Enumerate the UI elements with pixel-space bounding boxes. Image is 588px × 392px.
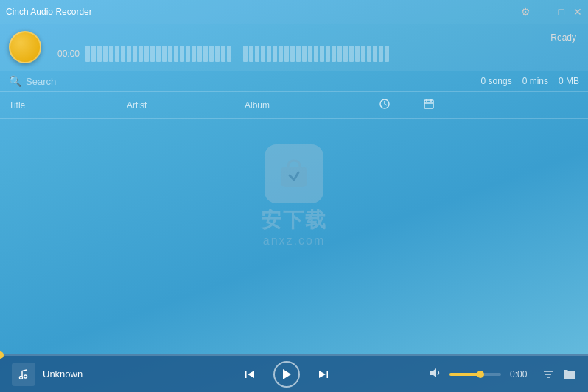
record-button[interactable] bbox=[9, 31, 41, 63]
track-info: Unknown bbox=[12, 363, 159, 386]
waveform-segment bbox=[290, 46, 295, 62]
waveform-segment bbox=[284, 46, 289, 62]
waveform-segment bbox=[379, 46, 383, 62]
waveform-segment bbox=[349, 46, 354, 62]
waveform-segment bbox=[144, 46, 149, 62]
waveform-segment bbox=[279, 46, 283, 62]
waveform-segment bbox=[373, 46, 377, 62]
play-button[interactable] bbox=[273, 361, 300, 388]
mb-stat: 0 MB bbox=[559, 76, 579, 86]
volume-fill bbox=[449, 373, 480, 376]
waveform-segment bbox=[267, 46, 271, 62]
stats-area: 0 songs 0 mins 0 MB bbox=[481, 76, 579, 86]
col-title-header: Title bbox=[9, 100, 127, 111]
waveform-segment bbox=[127, 46, 131, 62]
volume-slider[interactable] bbox=[449, 373, 501, 376]
waveform-segment bbox=[343, 46, 348, 62]
maximize-button[interactable]: □ bbox=[559, 7, 564, 17]
waveform-segment bbox=[192, 46, 196, 62]
search-icon: 🔍 bbox=[9, 75, 21, 87]
svg-marker-15 bbox=[430, 368, 436, 377]
filter-button[interactable] bbox=[542, 368, 554, 380]
songs-stat: 0 songs bbox=[481, 76, 512, 86]
waveform-segment bbox=[91, 46, 96, 62]
waveform-segment bbox=[186, 46, 190, 62]
waveform-segment bbox=[302, 46, 307, 62]
waveform-segment bbox=[139, 46, 143, 62]
status-time-row: Ready bbox=[53, 32, 579, 43]
player-bar: Unknown bbox=[0, 354, 588, 392]
waveform-segment bbox=[361, 46, 365, 62]
waveform-segment bbox=[174, 46, 178, 62]
waveform-segment bbox=[215, 46, 220, 62]
col-date-header bbox=[407, 98, 451, 112]
waveform-segment bbox=[367, 46, 371, 62]
svg-marker-14 bbox=[319, 371, 326, 378]
waveform-segment bbox=[115, 46, 119, 62]
table-header: Title Artist Album bbox=[0, 92, 588, 119]
waveform-segment bbox=[209, 46, 214, 62]
waveform-segment bbox=[227, 46, 231, 62]
waveform-segment bbox=[326, 46, 330, 62]
waveform-segment bbox=[332, 46, 336, 62]
folder-button[interactable] bbox=[563, 368, 576, 380]
col-artist-header: Artist bbox=[127, 100, 245, 111]
waveform-container bbox=[85, 46, 389, 62]
waveform-segment bbox=[261, 46, 265, 62]
col-album-header: Album bbox=[245, 100, 363, 111]
waveform-segment bbox=[249, 46, 253, 62]
waveform-segment bbox=[121, 46, 125, 62]
search-area: 🔍 bbox=[9, 75, 114, 87]
close-button[interactable]: ✕ bbox=[573, 7, 582, 17]
svg-point-9 bbox=[24, 375, 27, 378]
svg-marker-13 bbox=[327, 371, 329, 378]
waveform-segment bbox=[308, 46, 312, 62]
waveform-segment bbox=[85, 46, 90, 62]
waveform-segment bbox=[385, 46, 389, 62]
waveform-segment bbox=[197, 46, 202, 62]
status-label: Ready bbox=[547, 32, 576, 43]
waveform-segment bbox=[355, 46, 360, 62]
waveform-segment bbox=[162, 46, 167, 62]
waveform-segment bbox=[180, 46, 184, 62]
svg-rect-3 bbox=[424, 100, 433, 108]
waveform-segment bbox=[314, 46, 318, 62]
waveform-segment bbox=[203, 46, 208, 62]
search-input[interactable] bbox=[26, 76, 114, 87]
minimize-button[interactable]: — bbox=[539, 7, 550, 17]
waveform-segment bbox=[221, 46, 225, 62]
next-button[interactable] bbox=[312, 363, 335, 386]
svg-marker-11 bbox=[248, 371, 254, 378]
right-controls: 0:00 bbox=[414, 367, 576, 381]
title-bar-controls: ⚙ — □ ✕ bbox=[521, 7, 582, 17]
toolbar-row: 🔍 0 songs 0 mins 0 MB bbox=[0, 71, 588, 92]
track-name: Unknown bbox=[43, 368, 83, 379]
svg-point-8 bbox=[20, 376, 23, 379]
main-content bbox=[0, 119, 588, 332]
waveform-segment bbox=[320, 46, 324, 62]
waveform-segment bbox=[337, 46, 342, 62]
prev-button[interactable] bbox=[238, 363, 262, 386]
waveform-segment bbox=[97, 46, 102, 62]
waveform-segment bbox=[168, 46, 172, 62]
svg-line-2 bbox=[385, 104, 387, 105]
app-title: Cinch Audio Recorder bbox=[6, 7, 92, 17]
svg-marker-10 bbox=[245, 371, 247, 378]
waveform-segment bbox=[156, 46, 161, 62]
time-display: 0:00 bbox=[510, 369, 533, 379]
waveform-segment bbox=[150, 46, 155, 62]
music-icon bbox=[12, 363, 35, 386]
progress-track[interactable] bbox=[0, 354, 588, 356]
waveform-segment bbox=[243, 46, 248, 62]
volume-icon bbox=[429, 367, 441, 381]
settings-button[interactable]: ⚙ bbox=[521, 7, 531, 17]
waveform-segment bbox=[103, 46, 108, 62]
volume-thumb bbox=[477, 371, 484, 378]
mins-stat: 0 mins bbox=[522, 76, 548, 86]
waveform-segment bbox=[133, 46, 137, 62]
title-bar-left: Cinch Audio Recorder bbox=[6, 7, 92, 17]
col-duration-header bbox=[363, 98, 407, 112]
waveform-area: Ready 00:00 bbox=[53, 32, 579, 62]
waveform-block bbox=[243, 46, 389, 62]
playback-buttons bbox=[159, 361, 414, 388]
